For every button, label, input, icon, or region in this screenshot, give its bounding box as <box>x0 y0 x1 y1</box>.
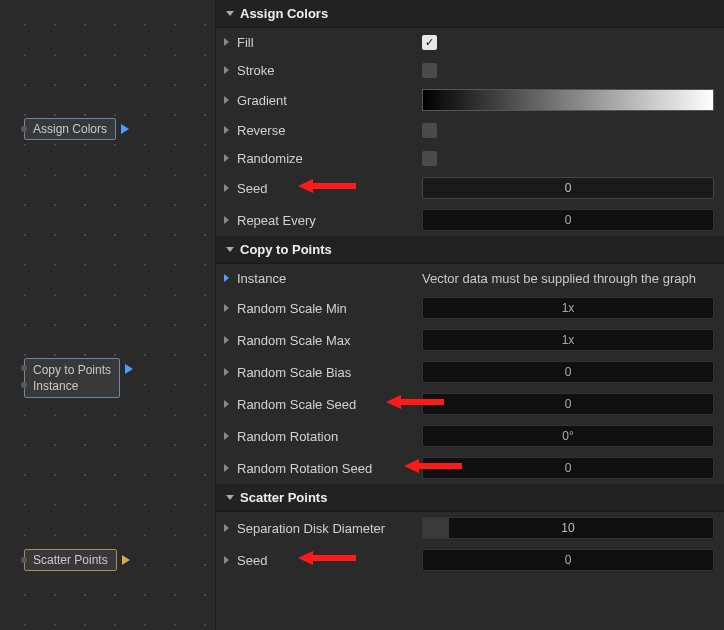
input-port-icon[interactable] <box>21 557 27 563</box>
prop-fill: Fill ✓ <box>216 28 724 56</box>
output-port-icon[interactable] <box>125 364 133 374</box>
random-rotation-input[interactable]: 0° <box>422 425 714 447</box>
node-graph-panel[interactable]: Assign Colors Copy to Points Instance Sc… <box>0 0 215 630</box>
expand-icon[interactable] <box>224 96 229 104</box>
expand-icon[interactable] <box>224 66 229 74</box>
prop-label: Seed <box>237 181 422 196</box>
section-title: Copy to Points <box>240 242 332 257</box>
prop-label: Random Scale Max <box>237 333 422 348</box>
prop-stroke: Stroke <box>216 56 724 84</box>
randomize-checkbox[interactable] <box>422 151 437 166</box>
prop-label: Randomize <box>237 151 422 166</box>
prop-label: Random Scale Seed <box>237 397 422 412</box>
seed-input[interactable]: 0 <box>422 177 714 199</box>
node-label: Scatter Points <box>33 553 108 567</box>
prop-label: Random Scale Bias <box>237 365 422 380</box>
chevron-down-icon <box>226 495 234 500</box>
node-sublabel: Instance <box>33 378 111 394</box>
expand-icon[interactable] <box>224 524 229 532</box>
node-label: Assign Colors <box>33 122 107 136</box>
prop-repeat-every: Repeat Every 0 <box>216 204 724 236</box>
section-title: Scatter Points <box>240 490 327 505</box>
expand-icon[interactable] <box>224 336 229 344</box>
stroke-checkbox[interactable] <box>422 63 437 78</box>
instance-info: Vector data must be supplied through the… <box>422 271 696 286</box>
prop-random-rotation-seed: Random Rotation Seed 0 <box>216 452 724 484</box>
chevron-down-icon <box>226 247 234 252</box>
random-scale-seed-input[interactable]: 0 <box>422 393 714 415</box>
prop-separation-disk: Separation Disk Diameter 10 <box>216 512 724 544</box>
prop-seed-scatter: Seed 0 <box>216 544 724 576</box>
prop-randomize: Randomize <box>216 144 724 172</box>
output-port-icon[interactable] <box>122 555 130 565</box>
input-port-icon[interactable] <box>21 126 27 132</box>
node-assign-colors[interactable]: Assign Colors <box>24 118 116 140</box>
prop-instance: Instance Vector data must be supplied th… <box>216 264 724 292</box>
output-port-icon[interactable] <box>121 124 129 134</box>
reverse-checkbox[interactable] <box>422 123 437 138</box>
expand-icon[interactable] <box>224 400 229 408</box>
repeat-every-input[interactable]: 0 <box>422 209 714 231</box>
seed-input[interactable]: 0 <box>422 549 714 571</box>
prop-label: Separation Disk Diameter <box>237 521 422 536</box>
prop-random-rotation: Random Rotation 0° <box>216 420 724 452</box>
separation-slider[interactable]: 10 <box>422 517 714 539</box>
expand-icon[interactable] <box>224 556 229 564</box>
expand-icon[interactable] <box>224 368 229 376</box>
prop-label: Seed <box>237 553 422 568</box>
prop-random-scale-bias: Random Scale Bias 0 <box>216 356 724 388</box>
section-header-scatter-points[interactable]: Scatter Points <box>216 484 724 512</box>
prop-seed-assign: Seed 0 <box>216 172 724 204</box>
expand-icon[interactable] <box>224 126 229 134</box>
expand-icon[interactable] <box>224 432 229 440</box>
prop-label: Fill <box>237 35 422 50</box>
prop-random-scale-min: Random Scale Min 1x <box>216 292 724 324</box>
expand-icon[interactable] <box>224 274 229 282</box>
chevron-down-icon <box>226 11 234 16</box>
prop-label: Random Rotation <box>237 429 422 444</box>
expand-icon[interactable] <box>224 154 229 162</box>
fill-checkbox[interactable]: ✓ <box>422 35 437 50</box>
dot-grid-background <box>0 0 215 630</box>
expand-icon[interactable] <box>224 304 229 312</box>
random-scale-min-input[interactable]: 1x <box>422 297 714 319</box>
prop-label: Random Rotation Seed <box>237 461 422 476</box>
expand-icon[interactable] <box>224 216 229 224</box>
node-copy-to-points[interactable]: Copy to Points Instance <box>24 358 120 398</box>
node-label: Copy to Points <box>33 362 111 378</box>
section-header-assign-colors[interactable]: Assign Colors <box>216 0 724 28</box>
prop-reverse: Reverse <box>216 116 724 144</box>
expand-icon[interactable] <box>224 38 229 46</box>
prop-label: Instance <box>237 271 422 286</box>
gradient-input[interactable] <box>422 89 714 111</box>
prop-gradient: Gradient <box>216 84 724 116</box>
section-header-copy-to-points[interactable]: Copy to Points <box>216 236 724 264</box>
prop-label: Random Scale Min <box>237 301 422 316</box>
random-rotation-seed-input[interactable]: 0 <box>422 457 714 479</box>
input-port-icon[interactable] <box>21 365 27 371</box>
prop-random-scale-max: Random Scale Max 1x <box>216 324 724 356</box>
prop-label: Stroke <box>237 63 422 78</box>
section-title: Assign Colors <box>240 6 328 21</box>
prop-random-scale-seed: Random Scale Seed 0 <box>216 388 724 420</box>
input-port-icon[interactable] <box>21 382 27 388</box>
prop-label: Repeat Every <box>237 213 422 228</box>
properties-panel[interactable]: Assign Colors Fill ✓ Stroke Gradient Rev… <box>215 0 724 630</box>
prop-label: Reverse <box>237 123 422 138</box>
prop-label: Gradient <box>237 93 422 108</box>
expand-icon[interactable] <box>224 464 229 472</box>
random-scale-bias-input[interactable]: 0 <box>422 361 714 383</box>
expand-icon[interactable] <box>224 184 229 192</box>
node-scatter-points[interactable]: Scatter Points <box>24 549 117 571</box>
random-scale-max-input[interactable]: 1x <box>422 329 714 351</box>
